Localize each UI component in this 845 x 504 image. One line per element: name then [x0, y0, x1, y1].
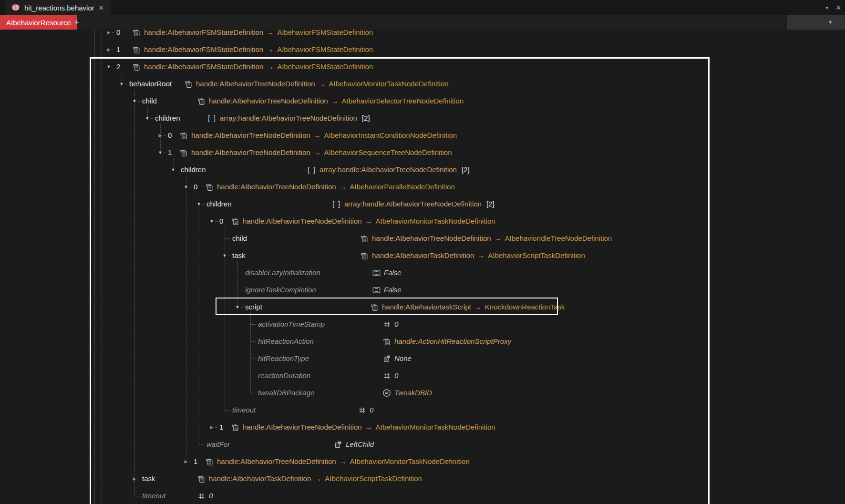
branch-connector [225, 410, 230, 411]
expand-arrow-icon[interactable]: ▶ [157, 127, 163, 144]
branch-connector [138, 101, 140, 102]
value-text: AIbehaviorMonitorTaskNodeDefinition [350, 453, 470, 470]
tree-row[interactable]: ▶1handle:AIbehaviorTreeNodeDefinition→AI… [0, 419, 845, 436]
node-value[interactable]: False [372, 264, 402, 281]
tree-row[interactable]: ▶taskhandle:AIbehaviorTaskDefinition→AIb… [0, 470, 845, 487]
collapse-arrow-icon[interactable]: ▼ [196, 195, 202, 213]
tree-row[interactable]: ▼childhandle:AIbehaviorTreeNodeDefinitio… [0, 93, 845, 110]
collapse-arrow-icon[interactable]: ▼ [119, 75, 124, 93]
tree-row[interactable]: timeout0 [0, 487, 845, 504]
node-value[interactable]: handle:AIbehaviorTaskDefinition→AIbehavi… [360, 247, 585, 264]
value-text: AIbehaviorMonitorTaskNodeDefinition [376, 213, 495, 230]
node-value[interactable]: [ ]array:handle:AIbehaviorTreeNodeDefini… [208, 110, 370, 127]
tree-row[interactable]: ▼2handle:AIbehaviorFSMStateDefinition→AI… [0, 58, 845, 75]
node-value[interactable]: TweakDBID [382, 384, 432, 401]
tree-row[interactable]: ignoreTaskCompletionFalse [0, 281, 845, 298]
node-value[interactable]: handle:AIbehaviorTreeNodeDefinition→AIbe… [231, 419, 495, 436]
tree-row[interactable]: ▼children[ ]array:handle:AIbehaviorTreeN… [0, 161, 845, 178]
node-value[interactable]: handle:AIbehaviorFSMStateDefinition→AIbe… [132, 41, 373, 58]
node-value[interactable]: handle:AIbehaviorTaskDefinition→AIbehavi… [197, 470, 422, 487]
value-text: handle:AIbehaviorTaskDefinition [209, 470, 311, 487]
tree-row[interactable]: reactionDuration0 [0, 367, 845, 384]
node-value[interactable]: [ ]array:handle:AIbehaviorTreeNodeDefini… [332, 195, 495, 213]
value-text: handle:ActionHitReactionScriptProxy [394, 333, 511, 350]
handle-icon [197, 97, 206, 105]
expand-arrow-icon[interactable]: ▶ [183, 453, 189, 470]
collapse-arrow-icon[interactable]: ▼ [132, 93, 137, 110]
expand-arrow-icon[interactable]: ▶ [132, 470, 137, 487]
tree-row[interactable]: waitForLeftChild [0, 436, 845, 453]
tree-row[interactable]: ▼1handle:AIbehaviorTreeNodeDefinition→AI… [0, 144, 845, 161]
branch-connector [250, 359, 256, 359]
value-text: handle:AIbehaviorTreeNodeDefinition [191, 144, 310, 161]
tree-row[interactable]: ▼behaviorRoothandle:AIbehaviorTreeNodeDe… [0, 75, 845, 93]
node-value[interactable]: handle:AIbehaviorFSMStateDefinition→AIbe… [132, 30, 373, 41]
collapse-arrow-icon[interactable]: ▼ [170, 161, 176, 178]
branch-connector [134, 496, 140, 496]
num-icon [358, 406, 366, 414]
expand-arrow-icon[interactable]: ▶ [106, 30, 112, 41]
node-value[interactable]: handle:AIbehaviorTreeNodeDefinition→AIbe… [360, 230, 612, 247]
tree-row[interactable]: ▼taskhandle:AIbehaviorTaskDefinition→AIb… [0, 247, 845, 264]
node-value[interactable]: 0 [358, 401, 373, 419]
collapse-arrow-icon[interactable]: ▼ [209, 213, 215, 230]
tab-aibehaviorresource[interactable]: AIbehaviorResource [0, 15, 77, 30]
tree-row[interactable]: disableLazyInitializationFalse [0, 264, 845, 281]
collapse-arrow-icon[interactable]: ▼ [144, 110, 150, 127]
tree-row[interactable]: ▼0handle:AIbehaviorTreeNodeDefinition→AI… [0, 213, 845, 230]
node-value[interactable]: handle:AIbehaviorTreeNodeDefinition→AIbe… [197, 93, 464, 110]
node-name: tweakDBPackage [258, 384, 314, 401]
tree-row[interactable]: timeout0 [0, 401, 845, 419]
add-tab-button[interactable]: + [70, 15, 84, 30]
node-value[interactable]: LeftChild [334, 436, 374, 453]
collapse-arrow-icon[interactable]: ▼ [106, 58, 112, 75]
tree-row[interactable]: ▶1handle:AIbehaviorFSMStateDefinition→AI… [0, 41, 845, 58]
collapse-arrow-icon[interactable]: ▼ [183, 178, 189, 195]
branch-connector [112, 32, 114, 33]
tab-list-chevron-icon[interactable]: ▾ [826, 5, 829, 10]
expand-arrow-icon[interactable]: ▶ [209, 419, 215, 436]
node-value[interactable]: handle:AIbehaviorTreeNodeDefinition→AIbe… [179, 127, 457, 144]
value-text: handle:AIbehaviorTreeNodeDefinition [191, 127, 310, 144]
document-tab-close-icon[interactable]: ✕ [99, 5, 104, 11]
tree-row[interactable]: ▼children[ ]array:handle:AIbehaviorTreeN… [0, 110, 845, 127]
node-value[interactable]: 0 [197, 487, 213, 504]
handle-icon [205, 457, 214, 466]
node-value[interactable]: handle:AIbehaviorTreeNodeDefinition→AIbe… [179, 144, 452, 161]
tree-row[interactable]: activationTimeStamp0 [0, 316, 845, 333]
panel-close-icon[interactable]: ✕ [836, 5, 841, 11]
tree-row[interactable]: ▼children[ ]array:handle:AIbehaviorTreeN… [0, 195, 845, 213]
collapse-arrow-icon[interactable]: ▼ [235, 298, 240, 316]
tree-row[interactable]: ▶0handle:AIbehaviorTreeNodeDefinition→AI… [0, 127, 845, 144]
node-value[interactable]: [ ]array:handle:AIbehaviorTreeNodeDefini… [308, 161, 470, 178]
node-value[interactable]: handle:AIbehaviorTreeNodeDefinition→AIbe… [184, 75, 449, 93]
tree-row[interactable]: childhandle:AIbehaviorTreeNodeDefinition… [0, 230, 845, 247]
tree-row[interactable]: ▼0handle:AIbehaviorTreeNodeDefinition→AI… [0, 178, 845, 195]
node-name: disableLazyInitialization [245, 264, 320, 281]
expand-arrow-icon[interactable]: ▶ [106, 41, 112, 58]
tree-row[interactable]: ▶1handle:AIbehaviorTreeNodeDefinition→AI… [0, 453, 845, 470]
dropdown-chevron-icon: ▾ [829, 20, 832, 25]
tab-overflow-dropdown[interactable]: ▾ [787, 15, 845, 30]
collapse-arrow-icon[interactable]: ▼ [222, 247, 227, 264]
node-value[interactable]: False [372, 281, 402, 298]
node-value[interactable]: handle:AIbehaviorTreeNodeDefinition→AIbe… [231, 213, 495, 230]
tree-row[interactable]: hitReactionTypeNone [0, 350, 845, 367]
document-tab[interactable]: hit_reactions.behavior ✕ [5, 0, 111, 15]
tree-row[interactable]: ▶0handle:AIbehaviorFSMStateDefinition→AI… [0, 30, 845, 41]
value-text: TweakDBID [394, 384, 432, 401]
tree-row[interactable]: hitReactionActionhandle:ActionHitReactio… [0, 333, 845, 350]
node-value[interactable]: 0 [382, 316, 398, 333]
node-value[interactable]: 0 [382, 367, 398, 384]
node-value[interactable]: handle:AIbehaviorTreeNodeDefinition→AIbe… [205, 453, 470, 470]
collapse-arrow-icon[interactable]: ▼ [157, 144, 163, 161]
node-value[interactable]: None [382, 350, 412, 367]
enum-icon [382, 354, 391, 363]
node-value[interactable]: handle:ActionHitReactionScriptProxy [382, 333, 511, 350]
node-name: 0 [116, 30, 120, 41]
tree-row[interactable]: tweakDBPackageTweakDBID [0, 384, 845, 401]
node-value[interactable]: handle:AIbehaviorFSMStateDefinition→AIbe… [132, 58, 373, 75]
node-value[interactable]: handle:AIbehaviortaskScript→KnockdownRea… [370, 298, 565, 316]
tree-row[interactable]: ▼scripthandle:AIbehaviortaskScript→Knock… [0, 298, 845, 316]
node-value[interactable]: handle:AIbehaviorTreeNodeDefinition→AIbe… [205, 178, 455, 195]
